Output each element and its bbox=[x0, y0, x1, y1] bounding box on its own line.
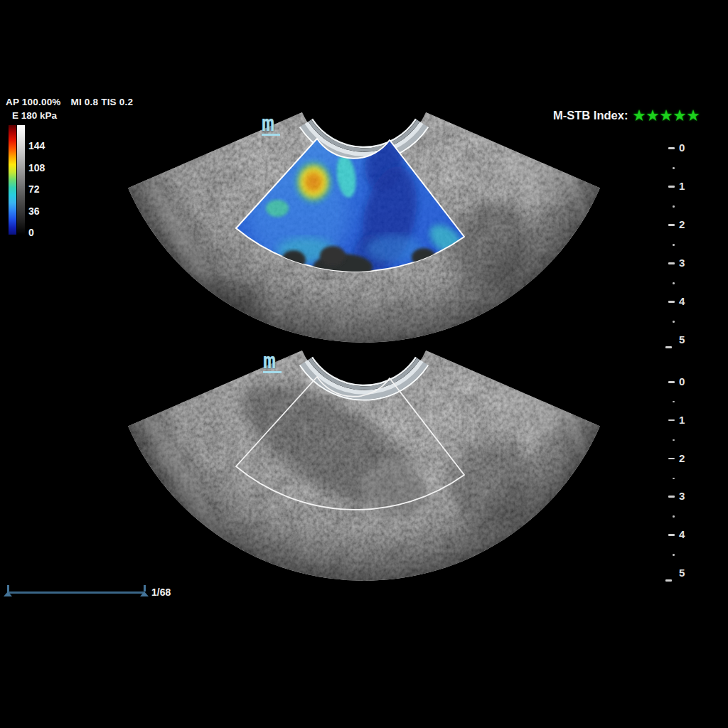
depth-tick-label: 2 bbox=[679, 218, 685, 230]
depth-tick-major bbox=[668, 534, 675, 536]
b-mode-fan-top bbox=[107, 85, 621, 355]
star-icon: ★ bbox=[633, 109, 645, 122]
depth-tick-minor bbox=[673, 167, 675, 169]
elasto-tick-label: 72 bbox=[28, 183, 40, 195]
mstb-star-rating: ★★★★★ bbox=[633, 109, 700, 122]
depth-tick-label: 1 bbox=[679, 414, 685, 426]
grayscale-bar bbox=[17, 125, 25, 235]
mi-label: MI 0.8 bbox=[71, 97, 99, 107]
star-icon: ★ bbox=[674, 109, 686, 122]
depth-tick-minor bbox=[673, 205, 675, 208]
depth-tick-major bbox=[668, 419, 675, 422]
depth-tick-minor bbox=[673, 439, 675, 441]
cine-frame-counter: 1/68 bbox=[151, 587, 171, 598]
depth-tick-label: 4 bbox=[679, 295, 685, 307]
depth-tick-label: 3 bbox=[679, 257, 685, 269]
star-icon: ★ bbox=[687, 109, 700, 122]
depth-tick-major bbox=[665, 346, 672, 348]
cine-start-marker[interactable] bbox=[4, 585, 12, 596]
elasto-tick-label: 36 bbox=[28, 205, 40, 217]
depth-tick-label: 5 bbox=[679, 333, 685, 346]
acoustic-output-readout: AP 100.00% MI 0.8 TIS 0.2 bbox=[6, 97, 133, 107]
elasto-tick-label: 108 bbox=[28, 162, 45, 173]
ultrasound-app-screen: { "header": { "ap": "AP 100.00%", "mi": … bbox=[0, 0, 728, 728]
orientation-marker-glyph: m bbox=[262, 116, 280, 132]
b-mode-fan-bottom bbox=[107, 323, 621, 594]
depth-tick-minor bbox=[673, 244, 675, 246]
depth-tick-major bbox=[668, 301, 675, 303]
tis-label: TIS 0.2 bbox=[101, 97, 133, 107]
cine-loop-bar[interactable] bbox=[7, 592, 144, 594]
depth-tick-major bbox=[668, 458, 675, 460]
orientation-marker-icon: m bbox=[263, 353, 282, 373]
mstb-index-label: M-STB Index: bbox=[553, 109, 628, 122]
depth-tick-major bbox=[668, 381, 675, 383]
acoustic-power-label: AP 100.00% bbox=[6, 97, 61, 107]
orientation-marker-glyph: m bbox=[263, 353, 282, 369]
star-icon: ★ bbox=[646, 109, 658, 122]
star-icon: ★ bbox=[660, 109, 673, 122]
elasto-scale-title: E 180 kPa bbox=[12, 110, 57, 121]
depth-tick-major bbox=[668, 147, 675, 149]
orientation-marker-icon: m bbox=[262, 116, 280, 136]
depth-tick-minor bbox=[673, 515, 675, 518]
depth-tick-major bbox=[668, 186, 675, 188]
depth-tick-label: 0 bbox=[679, 375, 685, 387]
depth-tick-label: 2 bbox=[679, 452, 685, 464]
depth-tick-label: 0 bbox=[679, 141, 685, 154]
depth-tick-label: 3 bbox=[679, 490, 685, 502]
depth-tick-label: 4 bbox=[679, 528, 685, 540]
depth-tick-major bbox=[668, 262, 675, 264]
depth-tick-label: 5 bbox=[679, 567, 685, 579]
elasto-colorbar bbox=[9, 125, 16, 235]
depth-tick-minor bbox=[673, 478, 675, 480]
depth-tick-minor bbox=[673, 282, 675, 284]
elasto-tick-label: 144 bbox=[28, 140, 45, 151]
cine-end-marker[interactable] bbox=[140, 585, 149, 596]
depth-tick-minor bbox=[673, 321, 675, 323]
depth-tick-major bbox=[668, 224, 675, 226]
elasto-tick-label: 0 bbox=[28, 227, 34, 238]
depth-tick-label: 1 bbox=[679, 180, 685, 192]
depth-tick-minor bbox=[673, 554, 675, 556]
mstb-index: M-STB Index: ★★★★★ bbox=[553, 109, 701, 122]
depth-tick-major bbox=[665, 579, 672, 582]
depth-tick-major bbox=[668, 496, 675, 498]
